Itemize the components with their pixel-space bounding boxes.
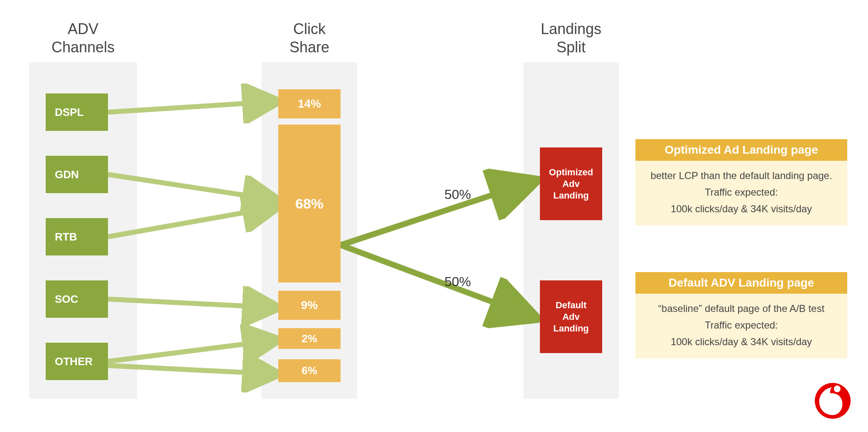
channel-label: GDN <box>55 168 79 181</box>
landing-label: Landing <box>553 323 589 334</box>
share-other: 6% <box>278 359 341 382</box>
channel-other: OTHER <box>46 343 108 380</box>
card-line: 100k clicks/day & 34K visits/day <box>671 336 812 347</box>
landing-label: Optimized <box>549 167 593 177</box>
share-label: 14% <box>298 97 321 110</box>
landing-label: Landing <box>553 190 589 201</box>
channel-label: RTB <box>55 231 77 243</box>
svg-line-6 <box>341 183 530 245</box>
channel-soc: SOC <box>46 280 108 318</box>
channel-rtb: RTB <box>46 218 108 255</box>
card-optimized-title: Optimized Ad Landing page <box>635 139 847 161</box>
share-2pct: 2% <box>278 328 341 349</box>
heading-landings: Landings Split <box>523 20 619 56</box>
card-line: 100k clicks/day & 34K visits/day <box>671 203 812 214</box>
channel-gdn: GDN <box>46 156 108 193</box>
share-dspl: 14% <box>278 89 341 118</box>
share-label: 9% <box>301 299 318 312</box>
heading-channels: ADV Channels <box>29 20 137 56</box>
channel-dspl: DSPL <box>46 93 108 131</box>
card-optimized-body: better LCP than the default landing page… <box>635 161 847 226</box>
heading-channels-line2: Channels <box>51 39 115 56</box>
share-soc: 9% <box>278 291 341 320</box>
card-line: Traffic expected: <box>705 319 778 331</box>
card-line: Traffic expected: <box>705 187 778 198</box>
heading-click-share-line1: Click <box>293 20 326 37</box>
landing-optimized: Optimized Adv Landing <box>540 147 602 220</box>
split-label-top: 50% <box>444 187 471 202</box>
vodafone-logo-icon <box>814 382 851 420</box>
heading-click-share-line2: Share <box>289 39 329 56</box>
card-line: “baseline” default page of the A/B test <box>658 303 824 314</box>
share-label: 6% <box>302 364 317 377</box>
channel-label: SOC <box>55 293 78 306</box>
share-label: 2% <box>302 332 317 345</box>
heading-channels-line1: ADV <box>68 20 98 37</box>
diagram-stage: ADV Channels Click Share Landings Split … <box>0 0 868 432</box>
landing-default: Default Adv Landing <box>540 280 602 353</box>
card-optimized: Optimized Ad Landing page better LCP tha… <box>635 139 847 226</box>
share-gdn-rtb: 68% <box>278 125 341 282</box>
card-default-body: “baseline” default page of the A/B test … <box>635 294 847 358</box>
channel-label: OTHER <box>55 355 93 368</box>
landing-label: Adv <box>562 179 580 189</box>
svg-line-7 <box>341 245 530 316</box>
share-label: 68% <box>295 196 324 212</box>
channel-label: DSPL <box>55 106 83 119</box>
landing-label: Default <box>556 300 587 310</box>
card-line: better LCP than the default landing page… <box>650 170 832 181</box>
heading-landings-line1: Landings <box>541 20 601 37</box>
landing-label: Adv <box>562 312 580 322</box>
split-label-bottom: 50% <box>444 274 471 290</box>
card-default: Default ADV Landing page “baseline” defa… <box>635 272 847 358</box>
heading-landings-line2: Split <box>557 39 586 56</box>
heading-click-share: Click Share <box>262 20 357 56</box>
card-default-title: Default ADV Landing page <box>635 272 847 294</box>
svg-point-9 <box>834 385 841 392</box>
